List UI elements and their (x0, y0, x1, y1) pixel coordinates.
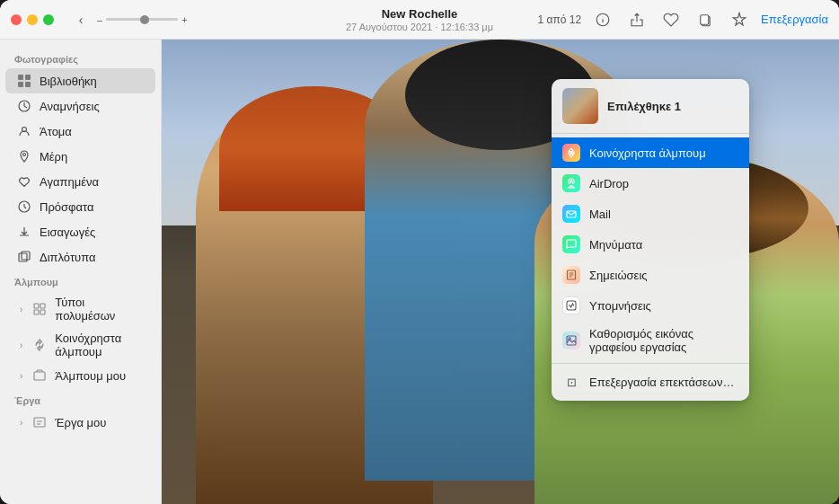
popover-item-notes[interactable]: Σημειώσεις (552, 260, 749, 290)
duplicates-icon (16, 249, 32, 265)
info-icon[interactable] (590, 7, 615, 32)
duplicates-label: Διπλότυπα (40, 251, 95, 264)
mail-icon (562, 205, 580, 223)
reminders-label: Υπομνήσεις (589, 299, 651, 313)
enhance-icon[interactable] (727, 7, 752, 32)
recent-label: Πρόσφατα (40, 200, 93, 214)
sidebar: Φωτογραφίες Βιβλιοθήκη (0, 40, 162, 504)
window-title: New Rochelle (346, 7, 493, 21)
svg-rect-14 (22, 252, 30, 260)
svg-rect-4 (701, 14, 709, 24)
svg-point-2 (603, 16, 604, 17)
main-content: Φωτογραφίες Βιβλιοθήκη (0, 40, 839, 504)
svg-rect-8 (25, 82, 31, 87)
airdrop-label: AirDrop (589, 177, 629, 190)
titlebar: ‹ – + New Rochelle 27 Αυγούστου 2021 · 1… (0, 0, 839, 40)
maximize-button[interactable] (43, 14, 54, 25)
sidebar-item-media-types[interactable]: › Τύποι πολυμέσων (5, 291, 155, 327)
zoom-minus-icon[interactable]: – (97, 14, 102, 25)
traffic-lights (11, 14, 54, 25)
popover-item-airdrop[interactable]: AirDrop (552, 168, 749, 199)
library-label: Βιβλιοθήκη (40, 75, 97, 88)
sidebar-item-memories[interactable]: Αναμνήσεις (5, 93, 155, 119)
titlebar-center: New Rochelle 27 Αυγούστου 2021 · 12:16:3… (346, 7, 493, 32)
zoom-thumb[interactable] (140, 15, 149, 24)
svg-rect-6 (25, 75, 31, 80)
svg-rect-5 (18, 75, 23, 80)
people-icon (16, 123, 32, 139)
shared-albums-icon (31, 337, 48, 353)
close-button[interactable] (11, 14, 22, 25)
favorite-icon[interactable] (658, 7, 684, 32)
shared-album-icon (562, 144, 580, 162)
sidebar-item-duplicates[interactable]: Διπλότυπα (5, 244, 155, 270)
svg-rect-15 (34, 304, 39, 308)
my-projects-icon (31, 414, 48, 430)
messages-label: Μηνύματα (589, 238, 642, 252)
svg-rect-16 (40, 304, 45, 308)
mail-label: Mail (589, 208, 611, 221)
sidebar-item-places[interactable]: Μέρη (5, 144, 155, 169)
expand-projects-icon: › (20, 418, 22, 428)
zoom-plus-icon[interactable]: + (181, 14, 187, 25)
photos-section-label: Φωτογραφίες (0, 47, 161, 68)
favorites-label: Αγαπημένα (40, 175, 99, 189)
shared-albums-label: Κοινόχρηστα άλμπουμ (55, 332, 145, 358)
sidebar-item-people[interactable]: Άτομα (5, 119, 155, 144)
zoom-track[interactable] (106, 18, 178, 21)
places-label: Μέρη (40, 150, 67, 164)
media-types-icon (31, 301, 48, 317)
popover-thumbnail (562, 88, 598, 124)
notes-label: Σημειώσεις (589, 269, 648, 282)
minimize-button[interactable] (27, 14, 38, 25)
sidebar-item-recent[interactable]: Πρόσφατα (5, 194, 155, 219)
popover-item-extensions[interactable]: ⊡ Επεξεργασία επεκτάσεων… (552, 367, 749, 397)
svg-rect-20 (34, 418, 45, 427)
sidebar-item-my-albums[interactable]: › Άλμπουμ μου (5, 363, 155, 388)
notes-icon (562, 266, 580, 284)
popover-item-messages[interactable]: Μηνύματα (552, 229, 749, 260)
popover-item-reminders[interactable]: Υπομνήσεις (552, 290, 749, 321)
popover-menu: Κοινόχρηστα άλμπουμ (552, 134, 749, 401)
toolbar-right: 1 από 12 Επεξεργασία (538, 7, 828, 32)
share-popover: Επιλέχθηκε 1 Κοινόχρ (552, 79, 749, 401)
library-icon (16, 73, 32, 89)
projects-section-label: Έργα (0, 388, 161, 410)
back-button[interactable]: ‹ (68, 10, 93, 30)
popover-item-wallpaper[interactable]: Καθορισμός εικόνας γραφείου εργασίας (552, 321, 749, 360)
messages-icon (562, 235, 580, 253)
imports-icon (16, 224, 32, 240)
my-albums-label: Άλμπουμ μου (55, 369, 126, 383)
popover-item-mail[interactable]: Mail (552, 199, 749, 229)
people-label: Άτομα (40, 125, 72, 138)
popover-header: Επιλέχθηκε 1 (552, 79, 749, 134)
sidebar-item-shared-albums[interactable]: › Κοινόχρηστα άλμπουμ (5, 327, 155, 363)
svg-rect-7 (18, 82, 23, 87)
photo-area: Επιλέχθηκε 1 Κοινόχρ (162, 40, 839, 504)
svg-rect-19 (34, 372, 45, 380)
memories-icon (16, 98, 32, 114)
sidebar-item-favorites[interactable]: Αγαπημένα (5, 169, 155, 194)
svg-rect-13 (19, 253, 27, 261)
expand-my-albums-icon: › (20, 371, 22, 381)
sidebar-item-library[interactable]: Βιβλιοθήκη (5, 68, 155, 93)
nav-buttons: ‹ (68, 10, 93, 30)
media-types-label: Τύποι πολυμέσων (55, 296, 145, 323)
share-icon[interactable] (624, 7, 649, 32)
sidebar-item-imports[interactable]: Εισαγωγές (5, 219, 155, 244)
popover-selected-label: Επιλέχθηκε 1 (607, 100, 681, 113)
edit-button[interactable]: Επεξεργασία (761, 13, 828, 26)
shared-album-label: Κοινόχρηστα άλμπουμ (589, 146, 706, 160)
duplicate-icon[interactable] (693, 7, 718, 32)
popover-separator (552, 363, 749, 364)
albums-section-label: Άλμπουμ (0, 270, 161, 291)
favorites-icon (16, 173, 32, 190)
imports-label: Εισαγωγές (40, 225, 95, 239)
zoom-slider: – + (97, 14, 188, 25)
popover-item-shared-album[interactable]: Κοινόχρηστα άλμπουμ (552, 137, 749, 168)
window-subtitle: 27 Αυγούστου 2021 · 12:16:33 μμ (346, 22, 493, 32)
expand-shared-icon: › (20, 340, 22, 350)
memories-label: Αναμνήσεις (40, 100, 100, 113)
places-icon (16, 148, 32, 164)
sidebar-item-my-projects[interactable]: › Έργα μου (5, 410, 155, 435)
